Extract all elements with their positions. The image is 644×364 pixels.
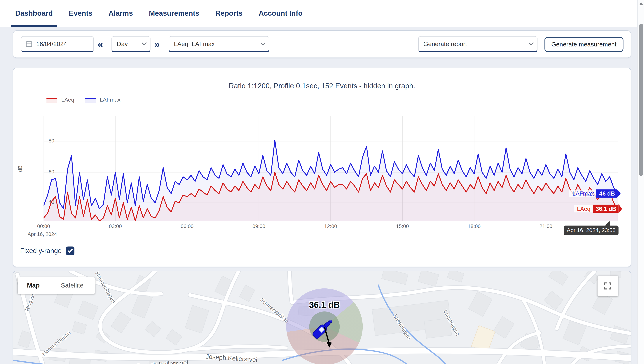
- legend-label: LAeq: [61, 96, 74, 103]
- date-input[interactable]: 16/04/2024: [21, 36, 94, 52]
- sound-meter-icon: [312, 320, 334, 340]
- check-icon: [68, 248, 73, 254]
- laeq-swatch: [46, 98, 57, 103]
- x-tick: 21:00: [540, 224, 552, 229]
- lafmax-tooltip: LAFmax 46 dB: [569, 188, 621, 198]
- map-button[interactable]: Map: [18, 278, 50, 294]
- interval-select[interactable]: Day: [112, 36, 150, 52]
- chart-plot-area[interactable]: [44, 116, 618, 221]
- tab-events[interactable]: Events: [65, 0, 96, 27]
- fullscreen-button[interactable]: [598, 276, 618, 296]
- y-axis-label: dB: [17, 165, 23, 172]
- x-tick: 18:00: [468, 224, 480, 229]
- previous-period-button[interactable]: «: [98, 39, 103, 50]
- x-tick: 12:00: [324, 224, 337, 229]
- report-value: Generate report: [424, 40, 467, 47]
- chevron-down-icon: [528, 40, 534, 45]
- direction-arrow-icon: [324, 327, 332, 348]
- next-period-button[interactable]: »: [154, 39, 160, 50]
- tab-dashboard[interactable]: Dashboard: [11, 0, 57, 27]
- tooltip-arrow-icon: [618, 204, 622, 213]
- chevron-down-icon: [142, 40, 147, 45]
- laeq-tooltip: LAeq 36.1 dB: [574, 204, 622, 214]
- lafmax-swatch: [85, 98, 96, 103]
- line-chart: [44, 116, 618, 221]
- marker-db-value: 36.1 dB: [309, 300, 340, 310]
- app-viewport: Dashboard Events Alarms Measurements Rep…: [0, 0, 644, 364]
- fixed-y-range-checkbox[interactable]: [66, 246, 74, 255]
- x-tick: 06:00: [181, 224, 194, 229]
- legend-item-lafmax[interactable]: LAFmax: [85, 96, 120, 103]
- x-tick: 03:00: [109, 224, 122, 229]
- date-value: 16/04/2024: [36, 40, 67, 47]
- satellite-button[interactable]: Satellite: [50, 278, 95, 294]
- fixed-y-range-label: Fixed y-range: [20, 247, 62, 255]
- laeq-tooltip-value: 36.1 dB: [593, 204, 618, 213]
- tooltip-arrow-icon: [617, 189, 620, 198]
- interval-value: Day: [117, 40, 128, 47]
- top-navbar: Dashboard Events Alarms Measurements Rep…: [0, 0, 644, 27]
- tab-measurements[interactable]: Measurements: [145, 0, 204, 27]
- scrollbar-thumb[interactable]: [639, 24, 643, 176]
- x-tick: 15:00: [396, 224, 409, 229]
- tab-account-info[interactable]: Account Info: [254, 0, 306, 27]
- lafmax-tooltip-label: LAFmax: [569, 190, 596, 197]
- x-tick: 09:00: [252, 224, 265, 229]
- page-scrollbar[interactable]: [637, 0, 644, 364]
- scrollbar-up-icon[interactable]: [639, 2, 643, 5]
- legend-item-laeq[interactable]: LAeq: [46, 96, 74, 103]
- fixed-y-range-row: Fixed y-range: [20, 246, 74, 255]
- map[interactable]: Ringveien Hennumhagan Hennumhagan Gunner…: [13, 271, 631, 364]
- chart-legend: LAeq LAFmax: [46, 96, 120, 103]
- lafmax-tooltip-value: 46 dB: [596, 190, 617, 198]
- generate-measurement-button[interactable]: Generate measurement: [544, 37, 623, 52]
- series-value: LAeq_LAFmax: [174, 40, 215, 47]
- toolbar: 16/04/2024 « Day » LAeq_LAFmax Generate …: [13, 30, 631, 58]
- x-axis-ticks: 00:0003:0006:0009:0012:0015:0018:0021:00: [13, 224, 631, 230]
- marker-graphics: [301, 320, 346, 358]
- chart-card: Ratio 1:1200, Profile:0.1sec, 152 Events…: [13, 68, 631, 267]
- series-select[interactable]: LAeq_LAFmax: [168, 36, 270, 52]
- calendar-icon: [26, 40, 32, 47]
- datetime-tooltip: Apr 16, 2024, 23:58: [564, 226, 618, 235]
- generate-report-select[interactable]: Generate report: [418, 36, 537, 52]
- tab-alarms[interactable]: Alarms: [104, 0, 137, 27]
- map-type-control: Map Satellite: [18, 278, 95, 294]
- tab-reports[interactable]: Reports: [211, 0, 246, 27]
- chevron-down-icon: [260, 40, 266, 45]
- legend-label: LAFmax: [100, 96, 120, 103]
- x-axis-date: Apr 16, 2024: [28, 231, 57, 237]
- chart-title: Ratio 1:1200, Profile:0.1sec, 152 Events…: [13, 82, 631, 90]
- x-tick: 00:00: [37, 224, 50, 229]
- fullscreen-icon: [603, 282, 612, 290]
- laeq-tooltip-label: LAeq: [574, 205, 593, 212]
